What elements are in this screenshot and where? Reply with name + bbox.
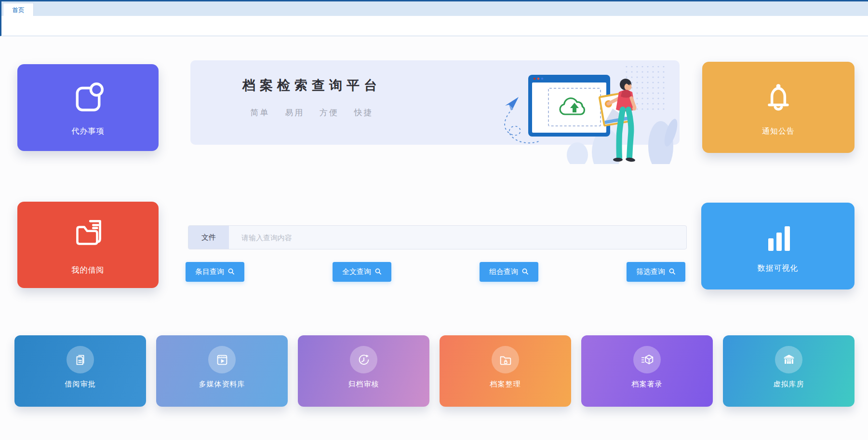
archive-arrangement-card[interactable]: 档案整理 bbox=[440, 335, 571, 407]
fulltext-query-label: 全文查询 bbox=[342, 267, 371, 276]
borrow-card-label: 我的借阅 bbox=[72, 265, 105, 275]
todo-card[interactable]: 代办事项 bbox=[17, 64, 159, 151]
search-icon bbox=[521, 268, 529, 276]
banner-title: 档案检索查询平台 bbox=[242, 77, 381, 94]
search-category-label: 文件 bbox=[201, 233, 216, 242]
todo-card-label: 代办事项 bbox=[72, 126, 105, 137]
combined-query-label: 组合查询 bbox=[489, 267, 518, 276]
virtual-warehouse-label: 虚拟库房 bbox=[774, 380, 804, 389]
notice-card-label: 通知公告 bbox=[762, 126, 795, 137]
tab-home[interactable]: 首页 bbox=[3, 3, 34, 17]
header-band bbox=[0, 16, 868, 36]
banner-text: 档案检索查询平台 简单 易用 方便 快捷 bbox=[242, 77, 381, 118]
notice-card[interactable]: 通知公告 bbox=[702, 62, 855, 153]
multimedia-library-label: 多媒体资料库 bbox=[199, 380, 245, 389]
archive-review-card[interactable]: 归档审核 bbox=[298, 335, 429, 407]
archive-cataloging-card[interactable]: 档案著录 bbox=[581, 335, 713, 407]
tab-home-label: 首页 bbox=[13, 6, 25, 14]
entry-query-label: 条目查询 bbox=[195, 267, 224, 276]
bell-icon bbox=[759, 78, 798, 119]
multimedia-library-card[interactable]: 多媒体资料库 bbox=[156, 335, 288, 407]
document-approval-icon bbox=[67, 346, 94, 373]
bar-chart-icon bbox=[761, 219, 795, 256]
history-clock-icon bbox=[350, 346, 377, 373]
archive-cataloging-label: 档案著录 bbox=[632, 380, 663, 389]
todo-icon bbox=[69, 79, 107, 119]
virtual-warehouse-card[interactable]: 虚拟库房 bbox=[723, 335, 855, 407]
search-icon bbox=[374, 268, 382, 276]
search-category-select[interactable]: 文件 bbox=[188, 226, 229, 249]
search-icon bbox=[668, 268, 676, 276]
borrow-approval-label: 借阅审批 bbox=[65, 380, 96, 389]
search-input[interactable] bbox=[229, 226, 686, 249]
dataviz-card[interactable]: 数据可视化 bbox=[701, 203, 855, 289]
archive-review-label: 归档审核 bbox=[348, 380, 379, 389]
dataviz-card-label: 数据可视化 bbox=[758, 263, 799, 274]
entry-query-button[interactable]: 条目查询 bbox=[186, 262, 244, 282]
folder-documents-icon bbox=[67, 214, 109, 258]
cube-catalog-icon bbox=[633, 346, 661, 373]
combined-query-button[interactable]: 组合查询 bbox=[480, 262, 538, 282]
folder-lock-icon bbox=[492, 346, 519, 373]
archive-portal-home: 首页 代办事项 档案检索查询平台 简单 易用 方便 快捷 bbox=[0, 0, 868, 440]
person-illustration bbox=[608, 79, 636, 162]
video-library-icon bbox=[208, 346, 236, 373]
fulltext-query-button[interactable]: 全文查询 bbox=[333, 262, 391, 282]
archive-arrangement-label: 档案整理 bbox=[490, 380, 521, 389]
warehouse-icon bbox=[775, 346, 802, 373]
banner-subtitle: 简单 易用 方便 快捷 bbox=[242, 107, 381, 118]
filter-query-button[interactable]: 筛选查询 bbox=[627, 262, 685, 282]
upload-illustration bbox=[456, 60, 678, 164]
filter-query-label: 筛选查询 bbox=[636, 267, 665, 276]
tab-bar: 首页 bbox=[0, 0, 868, 16]
borrow-card[interactable]: 我的借阅 bbox=[17, 202, 159, 288]
borrow-approval-card[interactable]: 借阅审批 bbox=[14, 335, 146, 407]
search-bar: 文件 bbox=[188, 225, 687, 249]
search-icon bbox=[227, 268, 235, 276]
banner: 档案检索查询平台 简单 易用 方便 快捷 bbox=[190, 60, 680, 145]
